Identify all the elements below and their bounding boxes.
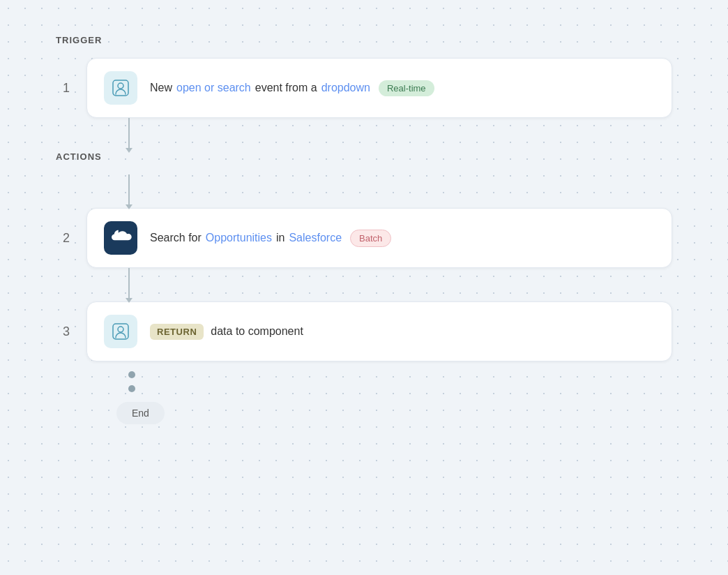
end-node[interactable]: End (116, 402, 165, 424)
step-2-card[interactable]: Search for Opportunities in Salesforce B… (86, 208, 672, 268)
realtime-badge: Real-time (379, 80, 434, 96)
step-1-middle: event from a (255, 82, 317, 94)
svg-point-1 (118, 83, 123, 89)
step-3-card[interactable]: RETURN data to component (86, 301, 672, 361)
step-2-link1[interactable]: Opportunities (206, 232, 272, 244)
step-1-text: New open or search event from a dropdown… (150, 80, 434, 96)
step-1-link2[interactable]: dropdown (321, 82, 370, 94)
step-3-number: 3 (56, 324, 70, 339)
step-1-prefix: New (150, 82, 172, 94)
svg-point-3 (118, 327, 123, 332)
step-1-link1[interactable]: open or search (176, 82, 251, 94)
batch-badge: Batch (350, 230, 391, 247)
connector-2 (56, 174, 672, 208)
step-1-number: 1 (56, 81, 70, 96)
connector-3 (56, 268, 672, 301)
trigger-section-label: TRIGGER (56, 35, 672, 45)
step-2-middle: in (276, 232, 285, 244)
step-2-row: 2 Search for Opportunities in Salesforce… (56, 208, 672, 268)
dot-1 (128, 371, 135, 378)
trigger-icon (104, 71, 137, 105)
step-2-link2[interactable]: Salesforce (289, 232, 342, 244)
step-2-number: 2 (56, 231, 70, 246)
connector-1 (56, 118, 672, 151)
step-2-prefix: Search for (150, 232, 202, 244)
return-badge: RETURN (150, 324, 204, 340)
salesforce-icon (104, 221, 137, 255)
step-3-row: 3 RETURN data to component (56, 301, 672, 361)
dot-2 (128, 385, 135, 392)
step-3-suffix: data to component (211, 325, 303, 338)
return-trigger-icon (104, 315, 137, 348)
step-1-row: 1 New open or search event from a dropdo… (56, 58, 672, 118)
actions-section-label: ACTIONS (56, 151, 672, 162)
step-3-text: RETURN data to component (150, 324, 303, 340)
step-2-text: Search for Opportunities in Salesforce B… (150, 230, 391, 247)
step-1-card[interactable]: New open or search event from a dropdown… (86, 58, 672, 118)
